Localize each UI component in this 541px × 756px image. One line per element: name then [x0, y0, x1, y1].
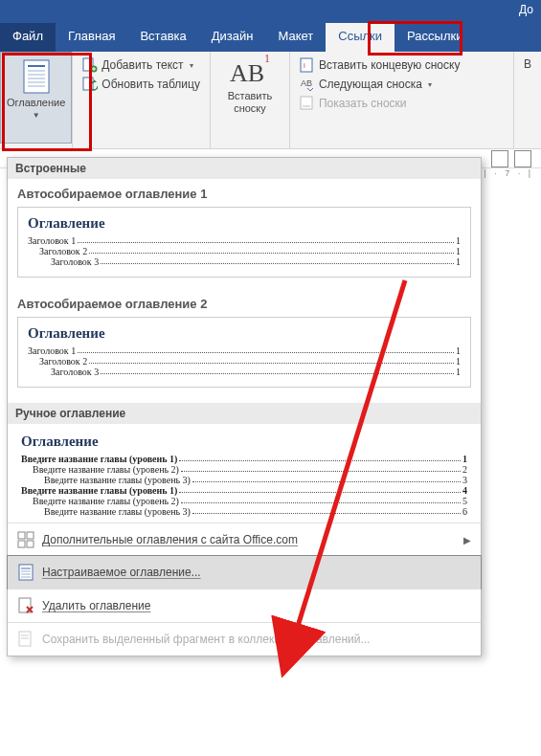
svg-rect-18 [27, 541, 34, 547]
toc-icon [21, 58, 52, 95]
gallery-manual-preview: Оглавление Введите название главы (урове… [17, 432, 471, 519]
svg-rect-17 [18, 541, 25, 547]
more-from-office[interactable]: Дополнительные оглавления с сайта Office… [8, 523, 481, 556]
insert-footnote-label: Вставить сноску [228, 90, 273, 115]
builtin-header: Встроенные [8, 158, 481, 179]
insert-footnote-button[interactable]: AB1 Вставить сноску [216, 56, 283, 119]
svg-text:AB: AB [301, 78, 312, 88]
toc-small-icon [17, 564, 34, 581]
add-text-icon [82, 57, 98, 73]
svg-text:i: i [304, 61, 305, 70]
more-label: Дополнительные оглавления с сайта Office… [42, 533, 298, 546]
manual-header: Ручное оглавление [8, 403, 481, 424]
insert-endnote-label: Вставить концевую сноску [319, 58, 460, 72]
insert-endnote-button[interactable]: i Вставить концевую сноску [296, 56, 507, 75]
show-notes-icon [300, 96, 315, 111]
right-group: В [520, 56, 535, 73]
save-label: Сохранить выделенный фрагмент в коллекци… [42, 633, 370, 646]
next-footnote-label: Следующая сноска [319, 78, 422, 91]
toc-dropdown: Встроенные Автособираемое оглавление 1 О… [7, 157, 482, 656]
ribbon-tabs: Файл Главная Вставка Дизайн Макет Ссылки… [0, 23, 541, 52]
update-icon [82, 77, 98, 92]
grid-icon [17, 531, 34, 548]
ribbon: Оглавление ▼ Добавить текст ▾ Обновить т… [0, 52, 541, 149]
remove-label: Удалить оглавление [42, 599, 150, 612]
gallery-auto2[interactable]: Автособираемое оглавление 2 Оглавление З… [8, 289, 481, 399]
tab-layout[interactable]: Макет [265, 23, 326, 52]
add-text-button[interactable]: Добавить текст ▾ [79, 56, 204, 75]
toc-row: Введите название главы (уровень 3)3 [21, 475, 467, 485]
chevron-right-icon: ▶ [463, 535, 471, 545]
next-footnote-button[interactable]: AB Следующая сноска ▾ [296, 75, 507, 94]
toc-label: Оглавление [7, 97, 65, 109]
toc-row: Заголовок 11 [28, 345, 461, 356]
toc-row: Введите название главы (уровень 2)5 [21, 496, 467, 506]
gallery-auto2-preview: Оглавление Заголовок 11Заголовок 21Загол… [17, 317, 471, 388]
gallery-auto1-preview: Оглавление Заголовок 11Заголовок 21Загол… [17, 207, 471, 278]
toc-row: Заголовок 31 [28, 256, 461, 267]
tab-mailings[interactable]: Рассылки [394, 23, 475, 52]
tab-home[interactable]: Главная [56, 23, 127, 52]
toc-button[interactable]: Оглавление ▼ [0, 52, 72, 144]
update-table-label: Обновить таблицу [101, 78, 200, 91]
toc-row: Заголовок 11 [28, 235, 461, 246]
show-notes-label: Показать сноски [319, 97, 407, 110]
tab-design[interactable]: Дизайн [199, 23, 266, 52]
gallery-auto2-title: Автособираемое оглавление 2 [17, 297, 471, 311]
endnote-icon: i [300, 57, 315, 73]
chevron-down-icon: ▼ [33, 111, 40, 120]
chevron-down-icon: ▾ [428, 80, 432, 89]
save-selection-icon [17, 631, 34, 648]
show-notes-button[interactable]: Показать сноски [296, 94, 507, 113]
save-selection: Сохранить выделенный фрагмент в коллекци… [8, 622, 481, 656]
toc-row: Введите название главы (уровень 1)4 [21, 485, 467, 496]
svg-rect-19 [19, 565, 33, 580]
gallery-auto1[interactable]: Автособираемое оглавление 1 Оглавление З… [8, 179, 481, 289]
doc-title-fragment: До [519, 3, 533, 16]
svg-rect-15 [18, 532, 25, 539]
add-text-label: Добавить текст [101, 58, 183, 72]
ab-icon: AB1 [230, 59, 270, 88]
custom-toc[interactable]: Настраиваемое оглавление... [7, 555, 482, 589]
ruler-button-2[interactable] [514, 150, 531, 167]
ruler-button-1[interactable] [491, 150, 508, 167]
toc-row: Введите название главы (уровень 2)2 [21, 464, 467, 475]
toc-row: Заголовок 21 [28, 246, 461, 256]
tab-references[interactable]: Ссылки [326, 23, 394, 52]
toc-row: Заголовок 31 [28, 367, 461, 377]
svg-rect-13 [301, 97, 312, 109]
toc-row: Введите название главы (уровень 1)1 [21, 454, 467, 464]
remove-icon [17, 597, 34, 614]
svg-rect-10 [301, 58, 312, 72]
custom-label: Настраиваемое оглавление... [42, 566, 201, 579]
toc-row: Заголовок 21 [28, 356, 461, 367]
tab-insert[interactable]: Вставка [127, 23, 198, 52]
tab-file[interactable]: Файл [0, 23, 56, 52]
svg-rect-16 [27, 532, 34, 539]
remove-toc[interactable]: Удалить оглавление [8, 589, 481, 622]
next-footnote-icon: AB [300, 77, 315, 92]
chevron-down-icon: ▾ [190, 61, 193, 70]
update-table-button[interactable]: Обновить таблицу [79, 75, 204, 94]
title-bar: До [0, 0, 541, 23]
toc-row: Введите название главы (уровень 3)6 [21, 506, 467, 517]
gallery-auto1-title: Автособираемое оглавление 1 [17, 187, 471, 201]
gallery-manual[interactable]: Оглавление Введите название главы (урове… [8, 424, 481, 523]
